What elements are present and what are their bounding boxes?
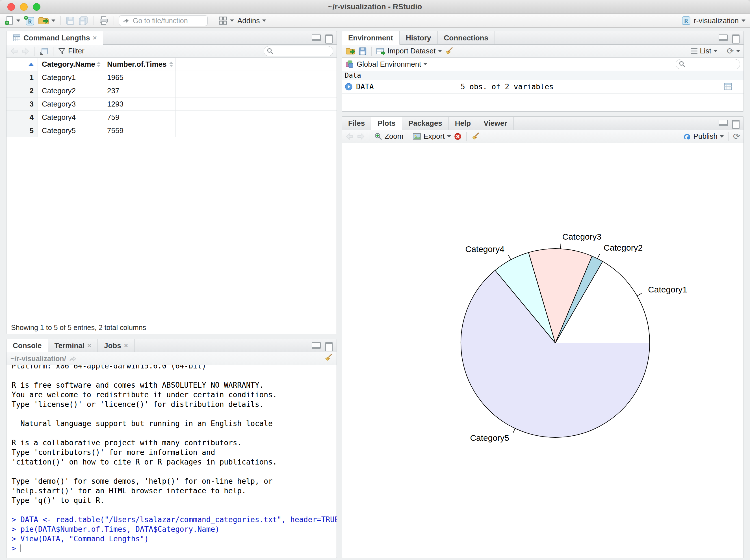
sort-arrows-icon <box>97 62 101 67</box>
tab-jobs[interactable]: Jobs × <box>98 339 135 352</box>
minimize-pane-icon[interactable] <box>312 342 321 349</box>
console-path-bar: ~/r-visualization/ <box>6 352 337 365</box>
minimize-pane-icon[interactable] <box>718 35 728 41</box>
addins-button[interactable]: Addins <box>237 16 266 25</box>
environment-view-mode-button[interactable]: List <box>691 47 717 55</box>
rstudio-window: ~/r-visualization - RStudio R <box>0 0 750 560</box>
save-all-icon <box>78 16 88 25</box>
table-status-bar: Showing 1 to 5 of 5 entries, 2 total col… <box>6 321 337 334</box>
close-icon[interactable]: × <box>124 342 128 349</box>
open-file-button[interactable] <box>38 16 55 25</box>
save-all-button[interactable] <box>78 16 88 25</box>
panes-caret-icon <box>230 20 234 22</box>
tab-connections[interactable]: Connections <box>438 32 495 44</box>
load-workspace-folder-icon[interactable] <box>345 47 355 55</box>
console-line: 'citation()' on how to cite R or R packa… <box>12 457 337 467</box>
open-folder-icon <box>38 16 49 25</box>
export-plot-button[interactable]: Export <box>413 132 451 141</box>
forward-arrow-icon[interactable] <box>21 47 30 55</box>
environment-search-input[interactable] <box>688 60 737 68</box>
clear-plots-broom-icon[interactable] <box>471 132 479 141</box>
remove-plot-icon <box>454 133 462 140</box>
zoom-plot-button[interactable]: Zoom <box>374 132 403 141</box>
environment-tabbar: Environment History Connections <box>342 32 744 45</box>
tab-history[interactable]: History <box>400 32 438 44</box>
toolbar-separator <box>371 47 372 56</box>
environment-search-box[interactable] <box>676 59 740 69</box>
spreadsheet-icon <box>13 34 21 42</box>
table-search-box[interactable] <box>264 46 333 56</box>
open-in-new-window-icon[interactable] <box>39 47 48 56</box>
save-workspace-icon[interactable] <box>358 47 367 55</box>
tab-packages[interactable]: Packages <box>402 117 449 130</box>
save-icon <box>66 16 75 25</box>
tab-label: Console <box>13 341 42 350</box>
project-menu-button[interactable]: R r-visualization <box>681 16 746 25</box>
column-header-number-of-times[interactable]: Number.of.Times <box>103 58 176 71</box>
filter-button[interactable]: Filter <box>58 47 84 55</box>
new-file-button[interactable] <box>4 16 20 25</box>
workspace-panes-button[interactable] <box>218 16 234 25</box>
expand-object-play-icon[interactable] <box>345 83 353 91</box>
toolbar-separator <box>728 132 729 141</box>
close-icon[interactable]: × <box>93 35 97 41</box>
remove-plot-button[interactable] <box>454 133 462 140</box>
clear-console-broom-icon[interactable] <box>324 354 333 362</box>
new-project-button[interactable]: R <box>24 16 35 26</box>
console-line <box>12 428 337 438</box>
tab-terminal[interactable]: Terminal × <box>48 339 98 352</box>
environment-object-row[interactable]: DATA 5 obs. of 2 variables <box>342 80 744 94</box>
table-search-input[interactable] <box>276 47 325 55</box>
next-plot-arrow-icon[interactable] <box>357 133 365 140</box>
tab-plots[interactable]: Plots <box>371 117 402 130</box>
refresh-environment-button[interactable]: ⟳ <box>727 47 740 55</box>
open-file-caret-icon <box>52 20 55 22</box>
publish-plot-button[interactable]: Publish <box>683 132 724 141</box>
goto-file-input[interactable] <box>132 16 224 25</box>
previous-plot-arrow-icon[interactable] <box>345 133 354 140</box>
maximize-pane-icon[interactable] <box>732 35 739 43</box>
tab-command-lengths[interactable]: Command Lengths × <box>6 32 103 45</box>
zoom-window-button[interactable] <box>33 3 40 11</box>
row-number-column-header[interactable] <box>6 58 38 71</box>
minimize-pane-icon[interactable] <box>718 120 728 126</box>
tab-console[interactable]: Console <box>6 339 48 352</box>
refresh-icon: ⟳ <box>727 47 734 55</box>
clear-environment-broom-icon[interactable] <box>445 47 453 55</box>
environment-scope-button[interactable]: Global Environment <box>357 60 427 69</box>
save-button[interactable] <box>66 16 75 25</box>
tab-files[interactable]: Files <box>342 117 371 130</box>
tab-label: Jobs <box>104 341 121 350</box>
publish-icon <box>683 132 691 141</box>
table-cell-name: Category4 <box>38 111 103 124</box>
column-header-category-name[interactable]: Category.Name <box>38 58 103 71</box>
console-output[interactable]: Platform: x86_64-apple-darwin15.6.0 (64-… <box>6 365 337 558</box>
maximize-pane-icon[interactable] <box>325 35 333 43</box>
back-arrow-icon[interactable] <box>10 47 18 55</box>
close-icon[interactable]: × <box>87 342 91 349</box>
table-row: 4Category4759 <box>6 111 337 124</box>
close-window-button[interactable] <box>7 3 15 11</box>
print-button[interactable] <box>99 16 108 25</box>
tab-help[interactable]: Help <box>449 117 477 130</box>
import-dataset-icon <box>376 47 385 55</box>
tab-label: Terminal <box>55 341 84 350</box>
window-title: ~/r-visualization - RStudio <box>0 0 750 14</box>
refresh-plot-icon[interactable]: ⟳ <box>733 132 740 141</box>
console-line: 'help.start()' for an HTML browser inter… <box>12 486 337 496</box>
tab-label: Viewer <box>483 119 507 128</box>
pie-label-tick <box>637 293 642 296</box>
go-to-directory-icon[interactable] <box>69 355 77 362</box>
view-table-icon[interactable] <box>724 82 732 91</box>
maximize-pane-icon[interactable] <box>732 120 739 129</box>
maximize-pane-icon[interactable] <box>325 342 333 351</box>
tab-viewer[interactable]: Viewer <box>477 117 513 130</box>
sort-arrows-icon <box>169 62 173 67</box>
import-dataset-button[interactable]: Import Dataset <box>376 47 442 55</box>
tab-environment[interactable]: Environment <box>342 32 400 45</box>
minimize-window-button[interactable] <box>20 3 28 11</box>
toolbar-separator <box>94 16 94 25</box>
goto-file-box[interactable] <box>119 15 208 26</box>
project-caret-icon <box>742 20 746 22</box>
minimize-pane-icon[interactable] <box>312 35 321 41</box>
